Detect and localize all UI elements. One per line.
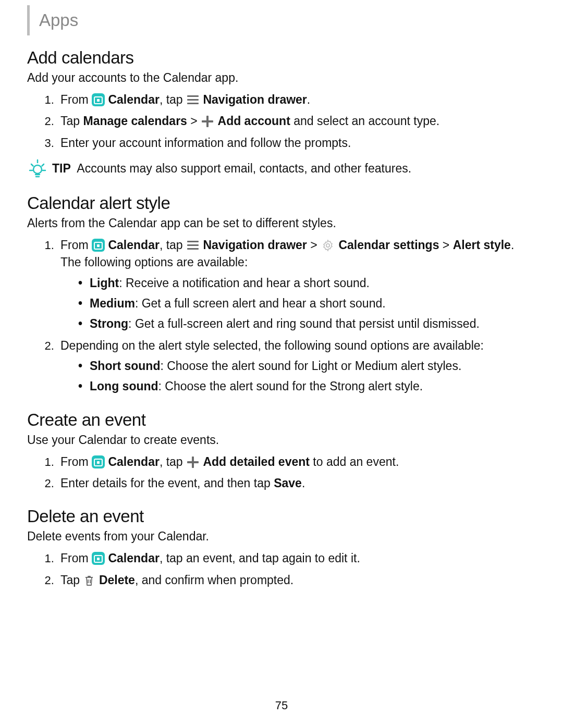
hamburger-menu-icon: [187, 95, 199, 105]
header-title: Apps: [39, 10, 78, 30]
heading: Create an event: [27, 410, 536, 430]
section-delete-event: Delete an event Delete events from your …: [27, 507, 536, 589]
calendar-app-icon: [92, 552, 105, 565]
step-item: From Calendar, tap Navigation drawer.: [57, 91, 536, 108]
sub-item: Short sound: Choose the alert sound for …: [78, 357, 536, 375]
step-list: From Calendar, tap an event, and tap aga…: [27, 550, 536, 589]
sub-item: Light: Receive a notification and hear a…: [78, 275, 536, 292]
page-body: Add calendars Add your accounts to the C…: [27, 48, 536, 594]
step-item: From Calendar, tap Add detailed event to…: [57, 453, 536, 471]
plus-icon: [202, 116, 213, 127]
calendar-app-icon: [92, 93, 105, 106]
plus-icon: [187, 456, 199, 468]
tip-row: TIP Accounts may also support email, con…: [27, 158, 536, 179]
sub-list: Short sound: Choose the alert sound for …: [60, 357, 536, 396]
section-alert-style: Calendar alert style Alerts from the Cal…: [27, 193, 536, 396]
step-item: Enter your account information and follo…: [57, 134, 536, 152]
sub-list: Light: Receive a notification and hear a…: [60, 275, 536, 333]
calendar-app-icon: [92, 239, 105, 252]
sub-item: Strong: Get a full-screen alert and ring…: [78, 315, 536, 332]
settings-gear-icon: [322, 239, 334, 252]
step-list: From Calendar, tap Add detailed event to…: [27, 453, 536, 492]
sub-item: Long sound: Choose the alert sound for t…: [78, 378, 536, 395]
step-item: Tap Manage calendars > Add account and s…: [57, 113, 536, 130]
calendar-app-icon: [92, 455, 105, 468]
page-number: 75: [0, 699, 563, 712]
page-header: Apps: [27, 5, 78, 35]
lead-text: Delete events from your Calendar.: [27, 529, 536, 544]
heading: Add calendars: [27, 48, 536, 68]
step-item: Depending on the alert style selected, t…: [57, 337, 536, 396]
step-item: Tap Delete, and confirm when prompted.: [57, 572, 536, 589]
step-item: Enter details for the event, and then ta…: [57, 475, 536, 492]
step-item: From Calendar, tap an event, and tap aga…: [57, 550, 536, 567]
step-list: From Calendar, tap Navigation drawer > C…: [27, 237, 536, 396]
svg-point-1: [326, 244, 329, 247]
lightbulb-tip-icon: [27, 158, 48, 179]
section-create-event: Create an event Use your Calendar to cre…: [27, 410, 536, 492]
lead-text: Alerts from the Calendar app can be set …: [27, 216, 536, 230]
hamburger-menu-icon: [187, 241, 199, 250]
svg-point-0: [33, 165, 42, 174]
trash-delete-icon: [84, 574, 94, 587]
heading: Delete an event: [27, 507, 536, 526]
header-rule: [27, 5, 30, 35]
section-add-calendars: Add calendars Add your accounts to the C…: [27, 48, 536, 179]
step-list: From Calendar, tap Navigation drawer. Ta…: [27, 91, 536, 152]
heading: Calendar alert style: [27, 193, 536, 213]
lead-text: Add your accounts to the Calendar app.: [27, 71, 536, 85]
step-item: From Calendar, tap Navigation drawer > C…: [57, 237, 536, 333]
sub-item: Medium: Get a full screen alert and hear…: [78, 295, 536, 312]
lead-text: Use your Calendar to create events.: [27, 433, 536, 447]
